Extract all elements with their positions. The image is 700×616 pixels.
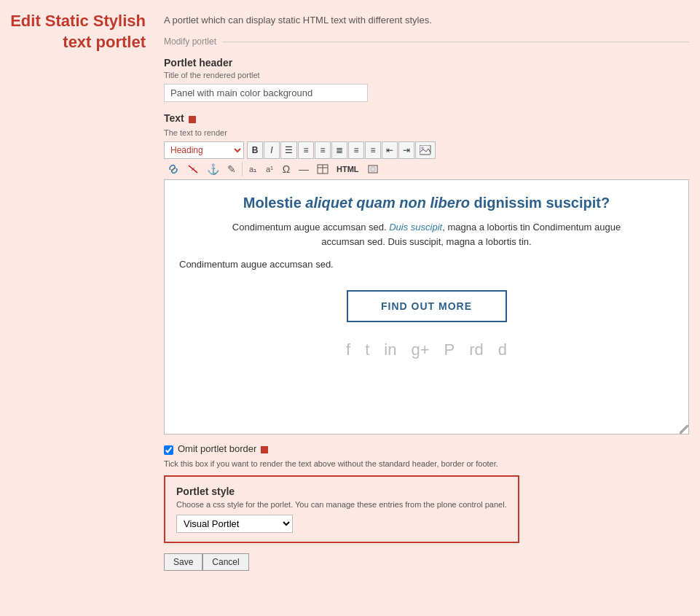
editor-link[interactable]: Duis suscipit: [389, 222, 442, 233]
heading-select[interactable]: Heading: [164, 141, 244, 159]
align-right-button[interactable]: ≡: [315, 141, 331, 159]
portlet-style-sublabel: Choose a css style for the porlet. You c…: [176, 500, 507, 509]
omit-required-indicator: [261, 446, 268, 453]
editor-area[interactable]: Molestie aliquet quam non libero digniss…: [164, 179, 689, 434]
anchor-button[interactable]: ⚓: [203, 160, 223, 178]
svg-rect-7: [371, 167, 375, 171]
indent-button[interactable]: ⇥: [398, 141, 414, 159]
html-source-button[interactable]: HTML: [333, 160, 363, 178]
toolbar-separator-1: [242, 162, 243, 176]
twitter-icon[interactable]: t: [365, 340, 369, 359]
unlink-button[interactable]: [184, 160, 202, 178]
cancel-button[interactable]: Cancel: [202, 553, 248, 571]
svg-point-1: [421, 147, 424, 149]
unordered-list-button[interactable]: ≡: [348, 141, 364, 159]
portlet-header-input[interactable]: [164, 84, 368, 102]
text-field-sublabel: The text to render: [164, 128, 689, 137]
page-description: A portlet which can display static HTML …: [164, 11, 689, 26]
linkedin-icon[interactable]: in: [384, 340, 396, 359]
italic-button[interactable]: I: [264, 141, 280, 159]
save-button[interactable]: Save: [164, 553, 202, 571]
toolbar-row-2: ⚓ ✎ a₁ a¹ Ω — HTML: [164, 160, 689, 178]
text-field-label: Text: [164, 112, 184, 124]
superscript-button[interactable]: a¹: [261, 160, 278, 178]
link-button[interactable]: [164, 160, 183, 178]
special-char-button[interactable]: Ω: [278, 160, 294, 178]
find-out-more-button[interactable]: FIND OUT MORE: [347, 290, 507, 322]
required-indicator: [189, 116, 196, 123]
editor-resize-handle[interactable]: [680, 425, 688, 434]
social-icons-row: f t in g+ P rd d: [179, 340, 674, 359]
section-divider: Modify portlet: [164, 36, 689, 47]
ordered-list-button[interactable]: ≡: [365, 141, 381, 159]
editor-para-1: Condimentum augue accumsan sed. Duis sus…: [179, 220, 674, 249]
fullscreen-button[interactable]: [363, 160, 382, 178]
omit-portlet-checkbox[interactable]: [164, 445, 173, 455]
omit-portlet-sublabel: Tick this box if you want to render the …: [164, 459, 689, 468]
align-left-button[interactable]: ☰: [280, 141, 297, 159]
bold-button[interactable]: B: [247, 141, 263, 159]
editor-para-2: Condimentum augue accumsan sed.: [179, 257, 674, 272]
toolbar-row-1: Heading B I ☰ ≡ ≡ ≣ ≡ ≡ ⇤ ⇥: [164, 141, 689, 159]
portlet-header-label: Portlet header: [164, 57, 689, 69]
portlet-style-select[interactable]: Visual Portlet Default Card Style: [176, 515, 293, 533]
portlet-header-field: Portlet header Title of the rendered por…: [164, 57, 689, 102]
facebook-icon[interactable]: f: [346, 340, 350, 359]
omit-portlet-section: Omit portlet border Tick this box if you…: [164, 443, 689, 468]
subscript-button[interactable]: a₁: [245, 160, 261, 178]
editor-heading: Molestie aliquet quam non libero digniss…: [179, 195, 674, 211]
omit-portlet-label: Omit portlet border: [178, 443, 256, 454]
text-field-section: Text The text to render Heading B I ☰ ≡ …: [164, 112, 689, 434]
reddit-icon[interactable]: rd: [469, 340, 484, 359]
svg-line-2: [189, 165, 197, 173]
action-buttons: Save Cancel: [164, 553, 689, 571]
google-plus-icon[interactable]: g+: [411, 340, 429, 359]
dribbble-icon[interactable]: d: [498, 340, 507, 359]
portlet-style-label: Portlet style: [176, 486, 507, 497]
insert-image-button[interactable]: [415, 141, 436, 159]
portlet-style-box: Portlet style Choose a css style for the…: [164, 475, 519, 543]
edit-button[interactable]: ✎: [224, 160, 240, 178]
align-center-button[interactable]: ≡: [298, 141, 314, 159]
page-title: Edit Static Stylish text portlet: [7, 11, 146, 52]
outdent-button[interactable]: ⇤: [382, 141, 398, 159]
table-button[interactable]: [313, 160, 332, 178]
hr-button[interactable]: —: [295, 160, 312, 178]
pinterest-icon[interactable]: P: [444, 340, 455, 359]
portlet-header-sublabel: Title of the rendered portlet: [164, 71, 689, 79]
align-justify-button[interactable]: ≣: [331, 141, 347, 159]
